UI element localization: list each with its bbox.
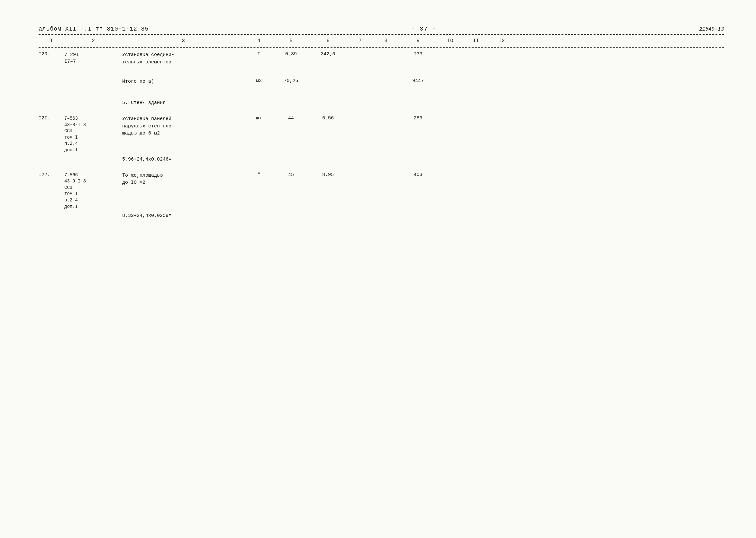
header-area: альбом XII ч.I тп 810-1-12.85 - 37 - 215… xyxy=(39,26,724,32)
table-row-121: I2I. 7–563 43-8-I.8 ССЦ том I п.2.4 доп.… xyxy=(39,114,724,155)
col-header-3: 3 xyxy=(122,38,244,44)
col-header-9: 9 xyxy=(399,38,437,44)
col-header-12: I2 xyxy=(489,38,514,44)
row-120-col3: Установка соедини- тельных элементов xyxy=(122,51,244,66)
row-121-col9: 289 xyxy=(399,116,437,121)
row-121-col1: I2I. xyxy=(39,116,64,121)
table-section: I20. 7–29I I7–7 Установка соедини- тельн… xyxy=(39,50,724,223)
col-header-5: 5 xyxy=(273,38,309,44)
formula-122-col3: 8,32+24,4х0,0259= xyxy=(122,212,244,220)
col-header-8: 8 xyxy=(373,38,399,44)
col-header-11: II xyxy=(463,38,489,44)
table-row: I20. 7–29I I7–7 Установка соедини- тельн… xyxy=(39,50,724,67)
row-121-col5: 44 xyxy=(273,116,309,121)
row-122-col5: 45 xyxy=(273,172,309,178)
table-row-itogo: Итого по а) м3 70,25 9447 xyxy=(39,77,724,88)
page-number: - 37 - xyxy=(412,26,436,32)
row-122-col4: " xyxy=(244,172,273,178)
row-120-col4: Т xyxy=(244,51,273,57)
col-header-6: 6 xyxy=(309,38,347,44)
row-120-col9: I33 xyxy=(399,51,437,57)
itogo-col5: 70,25 xyxy=(273,78,309,84)
table-row-122-formula: 8,32+24,4х0,0259= xyxy=(39,211,724,223)
col-header-1: I xyxy=(39,38,64,44)
row-121-col4: шт xyxy=(244,116,273,121)
section-5-heading: 5. Стены здания xyxy=(39,98,724,110)
gap-4 xyxy=(39,166,724,171)
doc-number: 21549-13 xyxy=(699,27,724,32)
col-header-10: IO xyxy=(437,38,463,44)
header-line-bottom xyxy=(39,47,724,48)
table-row-121-formula: 5,96+24,4х0,0246= xyxy=(39,155,724,166)
row-120-col6: 342,0 xyxy=(309,51,347,57)
row-122-col1: I22. xyxy=(39,172,64,178)
formula-121-col3: 5,96+24,4х0,0246= xyxy=(122,156,244,163)
itogo-col3: Итого по а) xyxy=(122,78,244,85)
album-title: альбом XII ч.I тп 810-1-12.85 xyxy=(39,26,149,32)
col-header-7: 7 xyxy=(347,38,373,44)
row-121-col6: 6,56 xyxy=(309,116,347,121)
row-121-col3: Установка панелей наружных стен пло- щад… xyxy=(122,116,244,137)
gap-2 xyxy=(39,88,724,98)
row-120-col2: 7–29I I7–7 xyxy=(64,51,122,65)
itogo-col4: м3 xyxy=(244,78,273,84)
row-122-col3: То же,площадью до IO м2 xyxy=(122,172,244,187)
row-122-col2: 7–566 43-9-I.8 ССЦ том I п.2-4 доп.I xyxy=(64,172,122,210)
section5-col3: 5. Стены здания xyxy=(122,99,244,107)
columns-header-row: I 2 3 4 5 6 7 8 9 IO II I2 xyxy=(39,35,724,46)
row-120-col1: I20. xyxy=(39,51,64,57)
col-header-4: 4 xyxy=(244,38,273,44)
row-120-col5: 0,39 xyxy=(273,51,309,57)
page: альбом XII ч.I тп 810-1-12.85 - 37 - 215… xyxy=(0,0,756,538)
table-row-122: I22. 7–566 43-9-I.8 ССЦ том I п.2-4 доп.… xyxy=(39,171,724,211)
row-122-col9: 403 xyxy=(399,172,437,178)
gap-1 xyxy=(39,67,724,77)
row-121-col2: 7–563 43-8-I.8 ССЦ том I п.2.4 доп.I xyxy=(64,116,122,153)
col-header-2: 2 xyxy=(64,38,122,44)
itogo-col9: 9447 xyxy=(399,78,437,84)
row-122-col6: 8,95 xyxy=(309,172,347,178)
gap-3 xyxy=(39,110,724,114)
